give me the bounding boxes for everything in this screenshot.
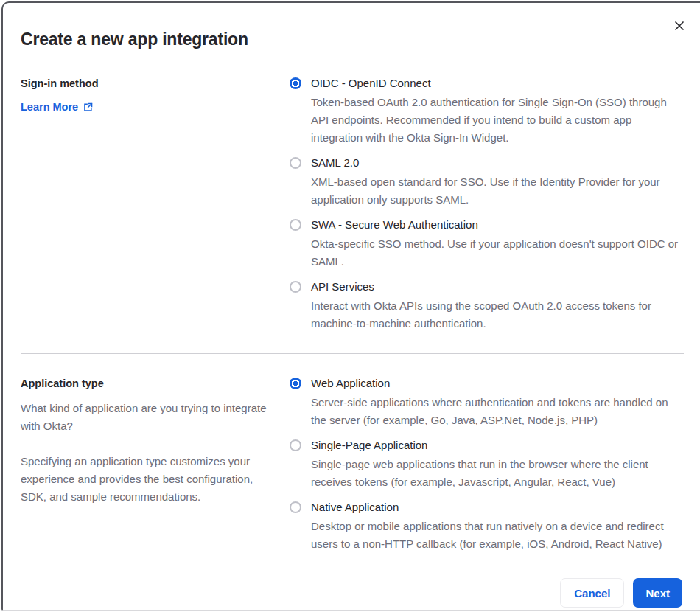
radio-saml[interactable] (290, 157, 301, 169)
option-description: Okta-specific SSO method. Use if your ap… (311, 235, 685, 271)
option-label[interactable]: Web Application (311, 375, 685, 392)
radio-single-page-application[interactable] (290, 439, 301, 451)
option-description: Desktop or mobile applications that run … (311, 518, 685, 553)
close-button[interactable] (669, 15, 690, 36)
signin-option-swa[interactable]: SWA - Secure Web Authentication Okta-spe… (290, 216, 685, 271)
radio-api-services[interactable] (290, 281, 301, 293)
signin-option-saml[interactable]: SAML 2.0 XML-based open standard for SSO… (290, 154, 685, 209)
cancel-button[interactable]: Cancel (560, 578, 624, 608)
option-description: Single-page web applications that run in… (311, 456, 685, 491)
learn-more-link[interactable]: Learn More (21, 101, 93, 113)
signin-method-section: Sign-in method Learn More OIDC - OpenID … (3, 74, 700, 340)
signin-option-api-services[interactable]: API Services Interact with Okta APIs usi… (290, 278, 685, 333)
next-button[interactable]: Next (633, 578, 682, 608)
radio-native-application[interactable] (290, 501, 301, 513)
option-description: Token-based OAuth 2.0 authentication for… (311, 94, 685, 147)
radio-swa[interactable] (290, 219, 301, 231)
external-link-icon (83, 102, 93, 112)
application-type-label: Application type (21, 375, 275, 392)
option-description: Interact with Okta APIs using the scoped… (311, 297, 685, 333)
signin-method-label: Sign-in method (21, 74, 275, 92)
option-label[interactable]: API Services (311, 278, 685, 296)
signin-option-oidc[interactable]: OIDC - OpenID Connect Token-based OAuth … (290, 74, 685, 147)
option-label[interactable]: SWA - Secure Web Authentication (311, 216, 685, 234)
application-type-section: Application type What kind of applicatio… (3, 375, 700, 560)
radio-oidc[interactable] (290, 77, 301, 89)
option-label[interactable]: OIDC - OpenID Connect (311, 74, 685, 92)
apptype-option-native[interactable]: Native Application Desktop or mobile app… (290, 498, 685, 553)
modal-title: Create a new app integration (3, 3, 700, 49)
section-divider (21, 353, 684, 354)
option-label[interactable]: Native Application (311, 498, 685, 516)
apptype-description-2: Specifying an application type customize… (21, 453, 275, 506)
signin-options-group: OIDC - OpenID Connect Token-based OAuth … (290, 74, 685, 340)
learn-more-label: Learn More (21, 101, 78, 113)
apptype-description-1: What kind of application are you trying … (21, 400, 275, 435)
apptype-options-group: Web Application Server-side applications… (290, 375, 685, 560)
apptype-option-spa[interactable]: Single-Page Application Single-page web … (290, 437, 685, 491)
modal-footer: Cancel Next (3, 578, 700, 608)
option-label[interactable]: Single-Page Application (311, 437, 685, 454)
radio-web-application[interactable] (290, 378, 301, 389)
option-label[interactable]: SAML 2.0 (311, 154, 685, 172)
signin-left-column: Sign-in method Learn More (21, 74, 275, 340)
close-icon (673, 20, 685, 32)
option-description: Server-side applications where authentic… (311, 394, 685, 429)
apptype-option-web[interactable]: Web Application Server-side applications… (290, 375, 685, 429)
apptype-left-column: Application type What kind of applicatio… (21, 375, 275, 560)
create-app-integration-modal: Create a new app integration Sign-in met… (1, 1, 700, 611)
option-description: XML-based open standard for SSO. Use if … (311, 173, 685, 209)
